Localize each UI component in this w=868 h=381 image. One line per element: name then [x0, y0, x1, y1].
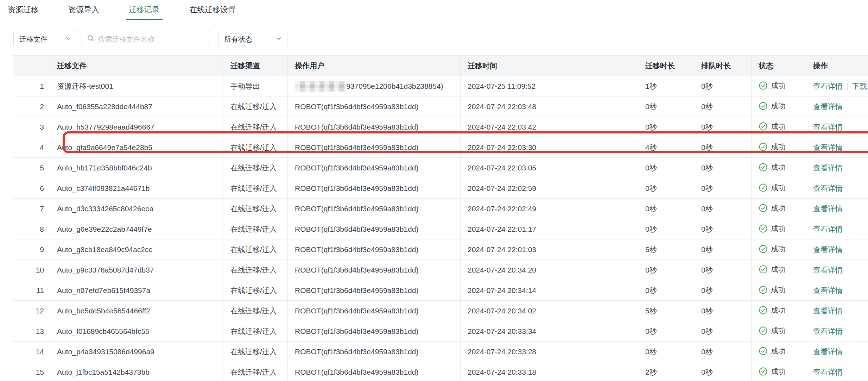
row-index: 15: [13, 362, 50, 381]
row-index: 11: [13, 280, 50, 301]
row-index: 13: [13, 321, 50, 342]
time-cell: 2024-07-24 22:03:05: [461, 158, 638, 178]
status-cell: 成功: [752, 280, 806, 301]
queue-cell: 0秒: [694, 239, 752, 260]
table-row: 6Auto_c374ff093821a44671b在线迁移/迁入ROBOT(qf…: [13, 178, 868, 199]
channel-cell: 在线迁移/迁入: [223, 199, 288, 219]
success-check-icon: [759, 346, 768, 356]
actions-cell: 查看详情: [806, 239, 868, 260]
queue-cell: 0秒: [694, 362, 752, 381]
table-row: 7Auto_d3c3334265c80426eea在线迁移/迁入ROBOT(qf…: [13, 199, 868, 219]
tab-migration-records[interactable]: 迁移记录: [126, 0, 163, 20]
view-details-link[interactable]: 查看详情: [813, 205, 843, 213]
file-cell: Auto_g6e39e22c2ab7449f7e: [50, 219, 223, 239]
view-details-link[interactable]: 查看详情: [813, 164, 843, 172]
queue-cell: 0秒: [694, 199, 752, 219]
user-cell: ROBOT(qf1f3b6d4bf3e4959a83b1dd): [288, 96, 461, 117]
view-details-link[interactable]: 查看详情: [813, 82, 843, 90]
chevron-down-icon: [275, 35, 282, 44]
status-badge: 成功: [759, 224, 786, 233]
status-badge: 成功: [759, 346, 786, 356]
channel-cell: 在线迁移/迁入: [223, 321, 288, 342]
search-input[interactable]: [98, 35, 204, 43]
table-row: 9Auto_g8cb18ea849c94ac2cc在线迁移/迁入ROBOT(qf…: [13, 239, 868, 260]
channel-cell: 在线迁移/迁入: [223, 219, 288, 239]
status-label: 成功: [771, 346, 786, 356]
view-details-link[interactable]: 查看详情: [813, 327, 843, 335]
view-details-link[interactable]: 查看详情: [813, 348, 843, 356]
status-cell: 成功: [752, 117, 806, 137]
table-row: 8Auto_g6e39e22c2ab7449f7e在线迁移/迁入ROBOT(qf…: [13, 219, 868, 239]
duration-cell: 2秒: [638, 362, 694, 381]
view-details-link[interactable]: 查看详情: [813, 266, 843, 274]
file-cell: Auto_p9c3376a5087d47db37: [50, 260, 223, 280]
file-cell: Auto_hb171e358bbf046c24b: [50, 158, 223, 178]
duration-cell: 4秒: [638, 137, 694, 158]
row-index: 5: [13, 158, 50, 178]
success-check-icon: [759, 265, 768, 274]
actions-cell: 查看详情: [806, 96, 868, 117]
view-details-link[interactable]: 查看详情: [813, 102, 843, 111]
status-label: 成功: [771, 305, 786, 315]
file-cell: Auto_f06355a228dde444b87: [50, 96, 223, 117]
duration-cell: 0秒: [638, 219, 694, 239]
status-label: 成功: [771, 183, 786, 193]
status-cell: 成功: [752, 178, 806, 199]
status-label: 成功: [771, 367, 786, 376]
view-details-link[interactable]: 查看详情: [813, 368, 843, 376]
status-badge: 成功: [759, 121, 786, 131]
actions-cell: 查看详情: [806, 178, 868, 199]
download-link[interactable]: 下载: [852, 82, 867, 90]
view-details-link[interactable]: 查看详情: [813, 143, 843, 151]
user-cell: ROBOT(qf1f3b6d4bf3e4959a83b1dd): [288, 158, 461, 178]
table-row: 1资源迁移-test001手动导出937095e1206b41d3b238854…: [13, 76, 868, 96]
status-cell: 成功: [752, 239, 806, 260]
duration-cell: 0秒: [638, 158, 694, 178]
file-cell: 资源迁移-test001: [50, 76, 223, 96]
table-row: 12Auto_be5de5b4e5654466ff2在线迁移/迁入ROBOT(q…: [13, 301, 868, 321]
action-divider: [847, 83, 848, 90]
file-cell: Auto_c374ff093821a44671b: [50, 178, 223, 199]
channel-cell: 在线迁移/迁入: [223, 342, 288, 362]
records-table: 迁移文件迁移渠道操作用户迁移时间迁移时长排队时长状态操作 1资源迁移-test0…: [13, 55, 868, 381]
view-details-link[interactable]: 查看详情: [813, 184, 843, 192]
time-cell: 2024-07-25 11:09:52: [461, 76, 638, 96]
status-badge: 成功: [759, 162, 786, 172]
status-badge: 成功: [759, 142, 786, 152]
status-badge: 成功: [759, 326, 786, 336]
time-cell: 2024-07-24 22:01:03: [461, 239, 638, 260]
success-check-icon: [759, 224, 768, 233]
success-check-icon: [759, 142, 768, 151]
status-cell: 成功: [752, 158, 806, 178]
view-details-link[interactable]: 查看详情: [813, 307, 843, 315]
queue-cell: 0秒: [694, 117, 752, 137]
actions-cell: 查看详情: [806, 199, 868, 219]
view-details-link[interactable]: 查看详情: [813, 225, 843, 233]
column-header-status: 状态: [752, 56, 806, 76]
status-badge: 成功: [759, 264, 786, 274]
duration-cell: 0秒: [638, 260, 694, 280]
tab-online-migration-settings[interactable]: 在线迁移设置: [186, 0, 239, 20]
row-index: 9: [13, 239, 50, 260]
tab-resource-import[interactable]: 资源导入: [65, 0, 102, 20]
view-details-link[interactable]: 查看详情: [813, 123, 843, 131]
success-check-icon: [759, 163, 768, 172]
status-label: 成功: [771, 203, 786, 213]
time-cell: 2024-07-24 22:03:30: [461, 137, 638, 158]
status-select[interactable]: 所有状态: [218, 31, 287, 47]
filter-bar: 迁移文件 所有状态: [13, 31, 868, 47]
tab-resource-migration[interactable]: 资源迁移: [5, 0, 42, 20]
status-badge: 成功: [759, 101, 786, 111]
user-cell: ROBOT(qf1f3b6d4bf3e4959a83b1dd): [288, 219, 461, 239]
file-cell: Auto_be5de5b4e5654466ff2: [50, 301, 223, 321]
redacted-blur: [295, 81, 346, 92]
view-details-link[interactable]: 查看详情: [813, 245, 843, 254]
actions-cell: 查看详情: [806, 342, 868, 362]
view-details-link[interactable]: 查看详情: [813, 286, 843, 294]
status-label: 成功: [771, 142, 786, 152]
row-index: 14: [13, 342, 50, 362]
file-type-select[interactable]: 迁移文件: [13, 31, 77, 47]
queue-cell: 0秒: [694, 260, 752, 280]
file-cell: Auto_f01689cb465564bfc55: [50, 321, 223, 342]
status-label: 成功: [771, 81, 786, 90]
